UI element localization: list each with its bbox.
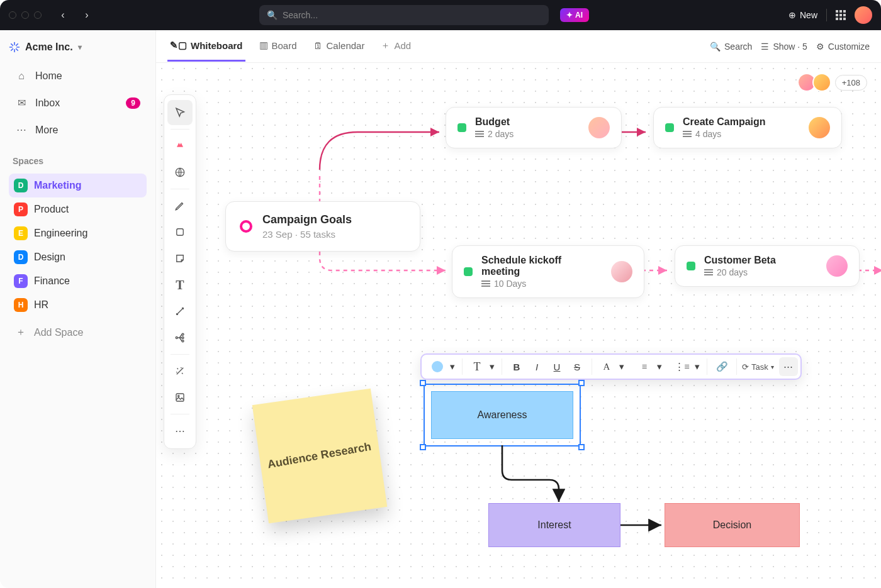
dropdown-caret[interactable]: ▾ <box>655 357 664 376</box>
tab-add-view[interactable]: ＋Add <box>378 31 413 62</box>
task-card-budget[interactable]: Budget 2 days <box>446 107 622 148</box>
assignee-avatar[interactable] <box>826 255 848 277</box>
sliders-icon: ☰ <box>761 42 769 52</box>
card-title: Schedule kickoff meeting <box>481 255 602 277</box>
connector-line <box>313 126 446 176</box>
global-search[interactable]: 🔍 Search... <box>259 5 549 25</box>
tool-image[interactable] <box>167 385 193 410</box>
gear-icon: ⚙ <box>816 42 824 52</box>
svg-line-6 <box>11 49 13 51</box>
fill-color-button[interactable] <box>428 357 447 376</box>
card-title: Customer Beta <box>704 255 776 266</box>
list-icon <box>683 129 692 139</box>
view-show-button[interactable]: ☰Show · 5 <box>761 42 807 52</box>
sidebar-space-marketing[interactable]: DMarketing <box>9 174 147 197</box>
dropdown-caret[interactable]: ▾ <box>693 357 702 376</box>
space-label: Design <box>34 252 65 263</box>
space-color-badge: F <box>14 274 28 288</box>
tool-mindmap[interactable] <box>167 325 193 350</box>
tool-select[interactable] <box>167 100 193 125</box>
list-icon <box>475 129 484 139</box>
convert-to-task-button[interactable]: ⟳Task▾ <box>738 362 778 372</box>
resize-handle[interactable] <box>420 444 426 450</box>
italic-button[interactable]: I <box>527 357 546 376</box>
view-customize-button[interactable]: ⚙Customize <box>816 42 870 52</box>
presence-stack[interactable]: +108 <box>801 73 867 92</box>
nav-home[interactable]: ⌂Home <box>9 64 147 88</box>
shape-decision[interactable]: Decision <box>665 503 800 547</box>
tool-connector[interactable] <box>167 299 193 324</box>
goal-card[interactable]: Campaign Goals 23 Sep · 55 tasks <box>225 201 420 252</box>
sidebar-space-design[interactable]: DDesign <box>9 245 147 269</box>
link-button[interactable]: 🔗 <box>712 357 731 376</box>
resize-handle[interactable] <box>420 380 426 386</box>
assignee-avatar[interactable] <box>611 261 632 282</box>
whiteboard-canvas[interactable]: +108 T ⋯ <box>156 63 881 588</box>
tab-board[interactable]: ▥Board <box>257 31 300 62</box>
list-button[interactable]: ⋮≡ <box>673 357 692 376</box>
apps-grid-icon[interactable] <box>836 10 846 20</box>
sidebar-space-finance[interactable]: FFinance <box>9 269 147 293</box>
nav-inbox[interactable]: ✉Inbox9 <box>9 91 147 115</box>
dropdown-caret[interactable]: ▾ <box>448 357 457 376</box>
dropdown-caret[interactable]: ▾ <box>617 357 626 376</box>
task-card-kickoff[interactable]: Schedule kickoff meeting 10 Days <box>452 245 644 298</box>
tool-text[interactable]: T <box>167 272 193 297</box>
view-search-button[interactable]: 🔍Search <box>710 42 752 52</box>
connector-line <box>642 261 673 280</box>
window-controls[interactable] <box>9 11 42 19</box>
nav-more[interactable]: ⋯More <box>9 118 147 142</box>
underline-button[interactable]: U <box>547 357 566 376</box>
sticky-note[interactable]: Audience Research <box>252 389 388 524</box>
current-user-avatar[interactable] <box>855 6 872 24</box>
bold-button[interactable]: B <box>507 357 526 376</box>
new-button[interactable]: ⊕ New <box>788 10 817 20</box>
ai-badge[interactable]: ✦ AI <box>560 8 589 22</box>
list-icon <box>704 267 713 277</box>
calendar-icon: 🗓 <box>313 40 323 51</box>
tool-shape[interactable] <box>167 219 193 245</box>
assignee-avatar[interactable] <box>809 117 830 138</box>
card-meta: 10 Days <box>481 279 602 289</box>
svg-point-10 <box>176 337 177 339</box>
toolbar-more-button[interactable]: ⋯ <box>779 357 798 376</box>
tool-web[interactable] <box>167 160 193 185</box>
text-color-button[interactable]: A <box>597 357 616 376</box>
main-area: ✎▢Whiteboard ▥Board 🗓Calendar ＋Add 🔍Sear… <box>156 30 881 588</box>
nav-back-button[interactable]: ‹ <box>54 6 72 24</box>
presence-overflow[interactable]: +108 <box>835 75 867 91</box>
tool-pen[interactable] <box>167 193 193 218</box>
task-card-create-campaign[interactable]: Create Campaign 4 days <box>653 107 842 148</box>
tab-whiteboard[interactable]: ✎▢Whiteboard <box>167 31 245 62</box>
task-card-customer-beta[interactable]: Customer Beta 20 days <box>675 245 860 287</box>
sidebar-space-engineering[interactable]: EEngineering <box>9 221 147 245</box>
dropdown-caret[interactable]: ▾ <box>488 357 497 376</box>
svg-point-13 <box>182 340 184 342</box>
search-icon: 🔍 <box>267 10 278 20</box>
add-space-button[interactable]: ＋Add Space <box>9 319 147 345</box>
shape-awareness[interactable]: Awareness <box>431 391 573 439</box>
align-button[interactable]: ≡ <box>635 357 654 376</box>
strikethrough-button[interactable]: S <box>568 357 586 376</box>
workspace-switcher[interactable]: Acme Inc. ▾ <box>9 42 147 53</box>
font-button[interactable]: T <box>468 357 486 376</box>
goal-title: Campaign Goals <box>262 213 352 226</box>
home-icon: ⌂ <box>15 70 28 82</box>
space-color-badge: P <box>14 202 28 216</box>
search-placeholder: Search... <box>283 10 318 20</box>
tool-ai[interactable] <box>167 133 193 158</box>
presence-avatar[interactable] <box>812 73 831 92</box>
resize-handle[interactable] <box>578 380 585 386</box>
resize-handle[interactable] <box>578 444 585 450</box>
tab-calendar[interactable]: 🗓Calendar <box>311 31 368 62</box>
sidebar-space-product[interactable]: PProduct <box>9 197 147 221</box>
tool-more[interactable]: ⋯ <box>167 418 193 443</box>
selected-shape-awareness[interactable]: Awareness <box>424 384 581 447</box>
sidebar-space-hr[interactable]: HHR <box>9 293 147 317</box>
more-icon: ⋯ <box>15 124 28 136</box>
nav-forward-button[interactable]: › <box>78 6 96 24</box>
assignee-avatar[interactable] <box>588 117 610 138</box>
tool-sticky[interactable] <box>167 246 193 271</box>
tool-magic[interactable] <box>167 358 193 384</box>
shape-interest[interactable]: Interest <box>488 503 620 547</box>
